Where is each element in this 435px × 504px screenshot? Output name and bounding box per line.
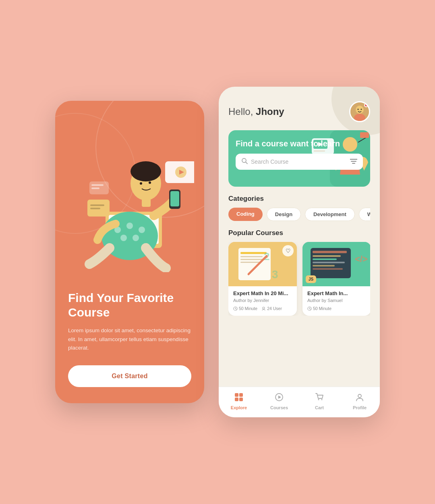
svg-point-4 bbox=[126, 223, 133, 229]
svg-marker-73 bbox=[278, 396, 281, 399]
search-bar[interactable]: Search Course bbox=[236, 154, 363, 170]
svg-point-7 bbox=[133, 235, 139, 241]
svg-rect-63 bbox=[313, 268, 343, 270]
svg-rect-45 bbox=[240, 256, 263, 257]
svg-rect-46 bbox=[240, 259, 265, 260]
svg-rect-12 bbox=[142, 198, 151, 207]
course-users-1: 24 User bbox=[261, 306, 282, 311]
course-card-2[interactable]: </> JS Expert Math In... Author by Samue… bbox=[302, 242, 370, 316]
course-author-2: Author by Samuel bbox=[307, 298, 366, 303]
greeting-prefix: Hello, bbox=[228, 106, 256, 117]
categories-title: Categories bbox=[228, 195, 370, 203]
banner: Find a course want to learn Search Cours… bbox=[228, 130, 370, 187]
cart-icon bbox=[315, 393, 324, 404]
svg-rect-59 bbox=[313, 255, 341, 257]
svg-rect-44 bbox=[240, 252, 267, 254]
course-thumb-2: </> JS bbox=[302, 242, 370, 286]
left-phone-title: Find Your Favorite Course bbox=[68, 291, 191, 320]
svg-rect-14 bbox=[170, 191, 179, 206]
svg-rect-60 bbox=[313, 258, 337, 260]
search-placeholder[interactable]: Search Course bbox=[251, 158, 347, 165]
left-phone-description: Lorem ipsum dolor sit amet, consectetur … bbox=[68, 326, 191, 352]
banner-text: Find a course want to learn Search Cours… bbox=[236, 138, 363, 170]
svg-rect-69 bbox=[239, 393, 243, 397]
nav-item-explore[interactable]: Explore bbox=[219, 393, 259, 410]
explore-icon bbox=[234, 393, 243, 404]
category-chip-development[interactable]: Development bbox=[305, 208, 355, 221]
phones-container: Find Your Favorite Course Lorem ipsum do… bbox=[39, 62, 396, 442]
nav-label-explore: Explore bbox=[231, 405, 247, 410]
svg-rect-58 bbox=[313, 251, 347, 253]
svg-rect-17 bbox=[90, 208, 100, 209]
right-header: Hello, Jhony bbox=[228, 101, 370, 122]
greeting-name: Jhony bbox=[256, 106, 284, 117]
svg-line-67 bbox=[310, 308, 311, 309]
courses-icon bbox=[275, 393, 284, 404]
svg-line-30 bbox=[246, 162, 247, 164]
svg-rect-68 bbox=[235, 393, 238, 397]
svg-text:3: 3 bbox=[272, 268, 278, 281]
svg-rect-23 bbox=[91, 187, 99, 189]
nav-item-courses[interactable]: Courses bbox=[259, 393, 299, 410]
svg-line-54 bbox=[236, 308, 236, 309]
banner-title: Find a course want to learn bbox=[236, 138, 363, 149]
course-duration-1: 50 Minute bbox=[233, 306, 257, 311]
nav-label-courses: Courses bbox=[270, 405, 288, 410]
svg-rect-62 bbox=[313, 265, 335, 267]
illustration-area bbox=[55, 109, 204, 282]
svg-point-74 bbox=[318, 399, 319, 400]
course-title-2: Expert Math In... bbox=[307, 290, 366, 296]
svg-point-27 bbox=[358, 109, 359, 110]
nav-label-profile: Profile bbox=[353, 405, 367, 410]
course-info-2: Expert Math In... Author by Samuel 50 Mi… bbox=[302, 286, 370, 316]
nav-label-cart: Cart bbox=[315, 405, 324, 410]
course-title-1: Expert Math In 20 Mi... bbox=[233, 290, 292, 296]
svg-rect-70 bbox=[235, 398, 238, 401]
svg-point-6 bbox=[120, 235, 127, 241]
nav-item-cart[interactable]: Cart bbox=[299, 393, 340, 410]
svg-rect-61 bbox=[313, 262, 345, 263]
filter-icon[interactable] bbox=[350, 158, 357, 165]
popular-courses-section: Popular Courses bbox=[228, 229, 370, 316]
profile-icon bbox=[355, 393, 364, 404]
js-badge: JS bbox=[306, 275, 316, 283]
get-started-button[interactable]: Get Started bbox=[68, 365, 191, 387]
person-illustration bbox=[65, 119, 194, 272]
course-duration-2: 50 Minute bbox=[307, 306, 331, 311]
svg-point-9 bbox=[130, 161, 161, 181]
course-author-1: Author by Jennifer bbox=[233, 298, 292, 303]
course-meta-2: 50 Minute bbox=[307, 306, 366, 311]
category-chip-coding[interactable]: Coding bbox=[228, 208, 263, 221]
svg-text:</>: </> bbox=[355, 254, 368, 264]
category-chip-design[interactable]: Design bbox=[267, 208, 301, 221]
courses-row: 2 3 ♡ Expert Math In 20 Mi... Author by … bbox=[228, 242, 370, 316]
svg-point-10 bbox=[140, 182, 142, 185]
right-phone-content: Hello, Jhony bbox=[219, 87, 380, 387]
greeting: Hello, Jhony bbox=[228, 106, 284, 117]
right-phone: Hello, Jhony bbox=[219, 87, 380, 417]
categories-section: Categories Coding Design Development We.… bbox=[228, 195, 370, 229]
left-phone-content: Find Your Favorite Course Lorem ipsum do… bbox=[68, 291, 191, 387]
svg-rect-47 bbox=[240, 262, 261, 263]
svg-point-75 bbox=[321, 399, 323, 400]
course-info-1: Expert Math In 20 Mi... Author by Jennif… bbox=[228, 286, 297, 316]
avatar[interactable] bbox=[349, 101, 370, 122]
left-phone: Find Your Favorite Course Lorem ipsum do… bbox=[55, 101, 204, 403]
svg-rect-22 bbox=[91, 184, 104, 186]
search-icon bbox=[241, 158, 248, 166]
notification-dot bbox=[364, 103, 368, 107]
svg-point-55 bbox=[263, 307, 265, 309]
heart-badge-1[interactable]: ♡ bbox=[282, 245, 294, 256]
course-thumb-1: 2 3 ♡ bbox=[228, 242, 297, 286]
svg-point-11 bbox=[149, 181, 151, 184]
greeting-text: Hello, Jhony bbox=[228, 106, 284, 117]
svg-point-28 bbox=[361, 109, 362, 110]
svg-rect-16 bbox=[90, 204, 104, 206]
course-card-1[interactable]: 2 3 ♡ Expert Math In 20 Mi... Author by … bbox=[228, 242, 297, 316]
svg-rect-37 bbox=[360, 132, 369, 138]
bottom-nav: Explore Courses bbox=[219, 387, 380, 417]
category-chip-web[interactable]: We... bbox=[359, 208, 370, 221]
svg-point-5 bbox=[139, 227, 145, 233]
svg-rect-71 bbox=[239, 398, 243, 401]
nav-item-profile[interactable]: Profile bbox=[340, 393, 380, 410]
